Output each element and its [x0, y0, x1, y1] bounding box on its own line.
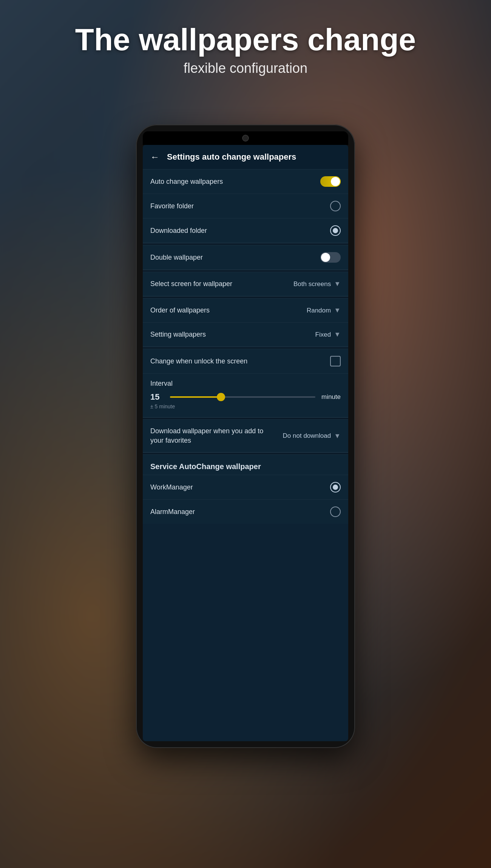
change-unlock-label: Change when unlock the screen	[150, 357, 330, 365]
order-value: Random	[307, 307, 331, 314]
back-button[interactable]: ←	[150, 152, 159, 162]
favorite-folder-setting[interactable]: Favorite folder	[143, 194, 348, 219]
downloaded-folder-setting[interactable]: Downloaded folder	[143, 219, 348, 243]
interval-section: Interval 15 minute ± 5 minute	[143, 374, 348, 417]
double-wallpaper-label: Double wallpaper	[150, 254, 320, 262]
downloaded-folder-radio[interactable]	[330, 225, 341, 236]
setting-wallpapers-value: Fixed	[315, 331, 331, 339]
app-header: ← Settings auto change wallpapers	[143, 145, 348, 169]
favorite-folder-radio[interactable]	[330, 201, 341, 211]
slider-row: 15 minute	[150, 392, 341, 402]
slider-track	[170, 396, 315, 398]
select-screen-arrow: ▼	[334, 280, 341, 288]
auto-change-toggle[interactable]	[320, 176, 341, 187]
order-arrow: ▼	[334, 306, 341, 314]
download-arrow: ▼	[334, 432, 341, 440]
toggle-knob	[331, 177, 340, 186]
interval-label: Interval	[150, 380, 341, 388]
service-header: Service AutoChange wallpaper	[143, 455, 348, 475]
phone-camera	[242, 135, 249, 142]
phone-wrapper: ← Settings auto change wallpapers Auto c…	[136, 125, 355, 748]
download-label: Download wallpaper when you add to your …	[150, 426, 283, 445]
order-dropdown[interactable]: Random ▼	[307, 306, 341, 314]
select-screen-setting: Select screen for wallpaper Both screens…	[143, 272, 348, 296]
interval-hint: ± 5 minute	[150, 403, 341, 409]
change-unlock-setting: Change when unlock the screen	[143, 349, 348, 374]
settings-list: Auto change wallpapers Favorite folder D…	[143, 169, 348, 524]
alarm-manager-label: AlarmManager	[150, 508, 330, 516]
select-screen-value: Both screens	[293, 280, 331, 288]
workmanager-label: WorkManager	[150, 483, 330, 491]
phone-screen: ← Settings auto change wallpapers Auto c…	[143, 145, 348, 741]
favorite-folder-label: Favorite folder	[150, 202, 330, 210]
downloaded-folder-label: Downloaded folder	[150, 227, 330, 235]
change-unlock-checkbox[interactable]	[330, 356, 341, 366]
setting-wallpapers-dropdown[interactable]: Fixed ▼	[315, 331, 341, 339]
phone-frame: ← Settings auto change wallpapers Auto c…	[136, 125, 355, 748]
alarm-manager-setting[interactable]: AlarmManager	[143, 500, 348, 524]
setting-wallpapers-label: Setting wallpapers	[150, 331, 315, 339]
order-setting: Order of wallpapers Random ▼	[143, 299, 348, 323]
download-dropdown[interactable]: Do not download ▼	[283, 432, 341, 440]
interval-value: 15	[150, 392, 164, 402]
slider-fill	[170, 396, 221, 398]
setting-wallpapers-arrow: ▼	[334, 331, 341, 339]
order-label: Order of wallpapers	[150, 306, 307, 314]
double-wallpaper-toggle[interactable]	[320, 252, 341, 263]
toggle-knob-dw	[321, 253, 330, 262]
hero-title: The wallpapers change	[0, 23, 491, 57]
workmanager-setting[interactable]: WorkManager	[143, 475, 348, 500]
hero-section: The wallpapers change flexible configura…	[0, 23, 491, 76]
auto-change-label: Auto change wallpapers	[150, 178, 320, 186]
select-screen-dropdown[interactable]: Both screens ▼	[293, 280, 341, 288]
workmanager-radio-inner	[333, 485, 338, 490]
double-wallpaper-setting: Double wallpaper	[143, 245, 348, 270]
phone-notch	[143, 131, 348, 145]
radio-inner	[333, 228, 338, 233]
download-value: Do not download	[283, 432, 331, 440]
auto-change-setting: Auto change wallpapers	[143, 169, 348, 194]
setting-wallpapers-setting: Setting wallpapers Fixed ▼	[143, 323, 348, 347]
interval-unit: minute	[321, 393, 341, 401]
alarm-manager-radio[interactable]	[330, 506, 341, 517]
slider-thumb[interactable]	[217, 393, 225, 401]
hero-subtitle: flexible configuration	[0, 60, 491, 76]
workmanager-radio[interactable]	[330, 482, 341, 492]
select-screen-label: Select screen for wallpaper	[150, 280, 293, 288]
header-title: Settings auto change wallpapers	[167, 152, 296, 162]
download-setting: Download wallpaper when you add to your …	[143, 420, 348, 452]
